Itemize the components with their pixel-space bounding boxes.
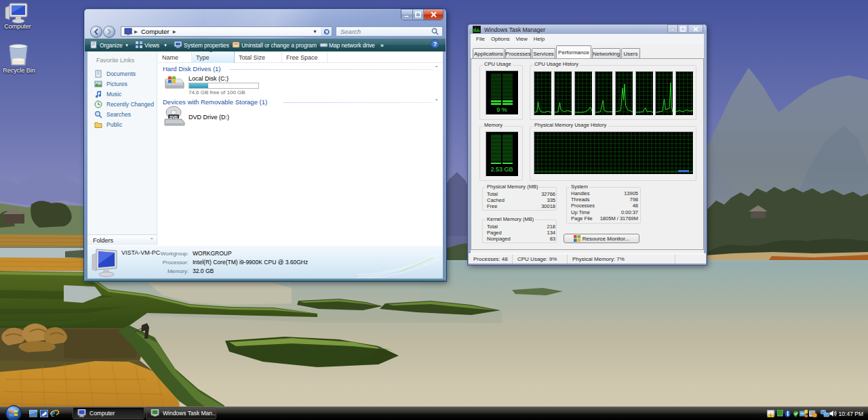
svg-text:e: e <box>51 408 55 419</box>
svg-text:?: ? <box>433 41 437 47</box>
svg-text:9 %: 9 % <box>496 106 507 113</box>
svg-text:!: ! <box>770 414 772 418</box>
svg-text:2.53 GB: 2.53 GB <box>490 166 513 173</box>
svg-text:DVD: DVD <box>170 115 178 119</box>
